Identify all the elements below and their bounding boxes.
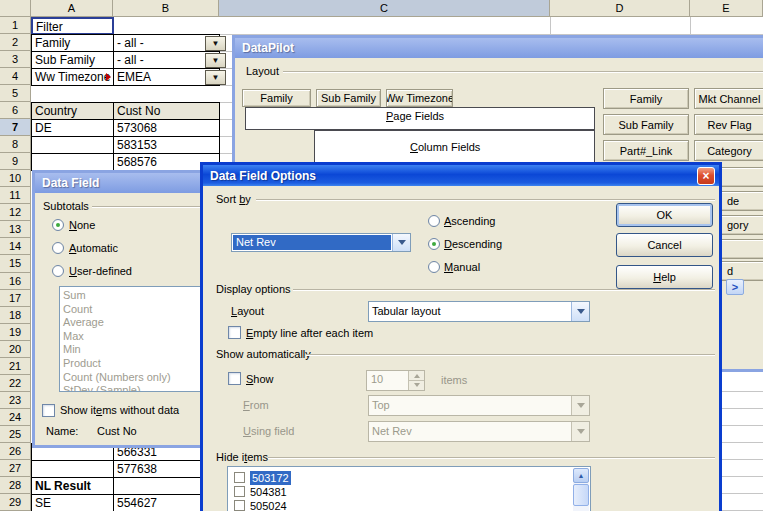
page-field-button-2[interactable]: Ww Timezone bbox=[386, 89, 453, 107]
page-filter-dropdown-icon[interactable]: ▼ bbox=[205, 70, 226, 85]
row-header-6[interactable]: 6 bbox=[0, 102, 31, 119]
items-count-spinner[interactable]: 10 bbox=[366, 370, 425, 391]
row-header-26[interactable]: 26 bbox=[0, 443, 31, 460]
hide-item-checkbox[interactable] bbox=[234, 500, 245, 511]
function-item[interactable]: Sum bbox=[63, 289, 86, 302]
bottom-right-cells[interactable] bbox=[722, 375, 763, 511]
row-header-27[interactable]: 27 bbox=[0, 460, 31, 477]
function-item[interactable]: Product bbox=[63, 357, 101, 370]
close-icon[interactable]: × bbox=[697, 167, 715, 185]
ok-button[interactable]: OK bbox=[616, 203, 713, 227]
field-button-family[interactable]: Family bbox=[603, 88, 689, 109]
cell-b4[interactable]: EMEA bbox=[113, 68, 220, 86]
cell-a7[interactable]: DE bbox=[31, 119, 114, 137]
hide-items-scrollbar[interactable]: ▲ bbox=[573, 468, 589, 511]
page-fields-area[interactable]: Page Fields bbox=[245, 107, 595, 130]
cell-empty[interactable] bbox=[31, 460, 114, 478]
combo-arrow-icon[interactable] bbox=[392, 234, 410, 251]
radio-none[interactable] bbox=[52, 219, 64, 231]
field-button-sub-family[interactable]: Sub Family bbox=[603, 114, 689, 135]
col-header-C[interactable]: C bbox=[219, 0, 550, 17]
row-header-20[interactable]: 20 bbox=[0, 341, 31, 358]
cell-b2[interactable]: - all - bbox=[113, 34, 220, 52]
field-button-rev-flag[interactable]: Rev Flag bbox=[694, 114, 763, 135]
spinner-down-icon[interactable] bbox=[409, 380, 424, 390]
function-item[interactable]: StDev (Sample) bbox=[63, 384, 141, 392]
page-field-button-0[interactable]: Family bbox=[242, 89, 311, 107]
col-header-D[interactable]: D bbox=[550, 0, 690, 17]
hide-item-row[interactable]: 504381 bbox=[228, 485, 572, 499]
row-header-11[interactable]: 11 bbox=[0, 187, 31, 204]
hide-item-checkbox[interactable] bbox=[234, 472, 245, 483]
cell-a4[interactable]: Ww Timezone bbox=[31, 68, 114, 86]
cell-b6[interactable]: Cust No bbox=[113, 102, 220, 120]
cell-empty[interactable] bbox=[31, 153, 114, 171]
page-filter-dropdown-icon[interactable]: ▼ bbox=[205, 53, 226, 68]
row-header-8[interactable]: 8 bbox=[0, 136, 31, 153]
col-header-E[interactable]: E bbox=[690, 0, 763, 17]
row-header-9[interactable]: 9 bbox=[0, 153, 31, 170]
scroll-up-icon[interactable]: ▲ bbox=[573, 468, 589, 483]
cell-a2[interactable]: Family bbox=[31, 34, 114, 52]
help-button[interactable]: Help bbox=[616, 265, 713, 289]
hide-item-checkbox[interactable] bbox=[234, 486, 245, 497]
corner-header[interactable] bbox=[0, 0, 31, 17]
col-header-A[interactable]: A bbox=[31, 0, 113, 17]
row-header-29[interactable]: 29 bbox=[0, 494, 31, 511]
sort-field-combobox[interactable]: Net Rev bbox=[231, 233, 411, 252]
field-button-part-link[interactable]: Part#_Link bbox=[603, 140, 689, 161]
cell-a3[interactable]: Sub Family bbox=[31, 51, 114, 69]
col-header-B[interactable]: B bbox=[113, 0, 219, 17]
hide-item-row[interactable]: 505024 bbox=[228, 499, 572, 511]
row-header-3[interactable]: 3 bbox=[0, 51, 31, 68]
row-header-1[interactable]: 1 bbox=[0, 17, 31, 34]
function-item[interactable]: Average bbox=[63, 316, 104, 329]
row-header-2[interactable]: 2 bbox=[0, 34, 31, 51]
row-header-17[interactable]: 17 bbox=[0, 290, 31, 307]
row-header-19[interactable]: 19 bbox=[0, 324, 31, 341]
row-header-13[interactable]: 13 bbox=[0, 221, 31, 238]
more-fields-chevron-button[interactable]: > bbox=[726, 279, 744, 295]
row-header-25[interactable]: 25 bbox=[0, 426, 31, 443]
field-button-mkt-channel[interactable]: Mkt Channel bbox=[694, 88, 763, 109]
function-item[interactable]: Min bbox=[63, 343, 81, 356]
cancel-button[interactable]: Cancel bbox=[616, 233, 713, 257]
row1-cells[interactable] bbox=[219, 17, 763, 35]
row-header-28[interactable]: 28 bbox=[0, 477, 31, 494]
row-header-7[interactable]: 7 bbox=[0, 119, 31, 136]
cell-b8[interactable]: 583153 bbox=[113, 136, 220, 154]
cell-a6[interactable]: Country bbox=[31, 102, 114, 120]
page-filter-dropdown-icon[interactable]: ▼ bbox=[205, 36, 226, 51]
show-items-without-data-checkbox[interactable] bbox=[42, 404, 55, 417]
cell-b3[interactable]: - all - bbox=[113, 51, 220, 69]
show-checkbox[interactable] bbox=[228, 372, 241, 385]
row-header-16[interactable]: 16 bbox=[0, 273, 31, 290]
function-item[interactable]: Max bbox=[63, 330, 84, 343]
datapilot-titlebar[interactable]: DataPilot bbox=[235, 38, 763, 58]
cell-a28[interactable]: NL Result bbox=[31, 477, 114, 495]
row-header-18[interactable]: 18 bbox=[0, 307, 31, 324]
function-item[interactable]: Count bbox=[63, 303, 92, 316]
layout-combobox[interactable]: Tabular layout bbox=[368, 301, 590, 322]
cell-b7[interactable]: 573068 bbox=[113, 119, 220, 137]
scrollbar-thumb[interactable] bbox=[573, 484, 589, 506]
row-header-24[interactable]: 24 bbox=[0, 409, 31, 426]
field-button-category[interactable]: Category bbox=[694, 140, 763, 161]
cell-a1[interactable]: Filter bbox=[31, 17, 114, 35]
row-header-4[interactable]: 4 bbox=[0, 68, 31, 85]
subtotal-functions-list[interactable]: SumCountAverageMaxMinProductCount (Numbe… bbox=[59, 286, 202, 392]
combo-arrow-icon[interactable] bbox=[571, 302, 589, 321]
radio-user-defined[interactable] bbox=[52, 265, 64, 277]
hide-items-list[interactable]: ▲ 503172504381505024504107 bbox=[227, 466, 591, 511]
row-header-14[interactable]: 14 bbox=[0, 238, 31, 255]
hide-item-row[interactable]: 503172 bbox=[228, 471, 572, 485]
row-header-23[interactable]: 23 bbox=[0, 392, 31, 409]
row-header-5[interactable]: 5 bbox=[0, 85, 31, 102]
empty-line-checkbox[interactable] bbox=[228, 326, 241, 339]
row-header-21[interactable]: 21 bbox=[0, 358, 31, 375]
cell-empty[interactable] bbox=[31, 136, 114, 154]
function-item[interactable]: Count (Numbers only) bbox=[63, 371, 171, 384]
spinner-up-icon[interactable] bbox=[409, 371, 424, 380]
row-header-10[interactable]: 10 bbox=[0, 170, 31, 187]
page-field-button-1[interactable]: Sub Family bbox=[316, 89, 381, 107]
